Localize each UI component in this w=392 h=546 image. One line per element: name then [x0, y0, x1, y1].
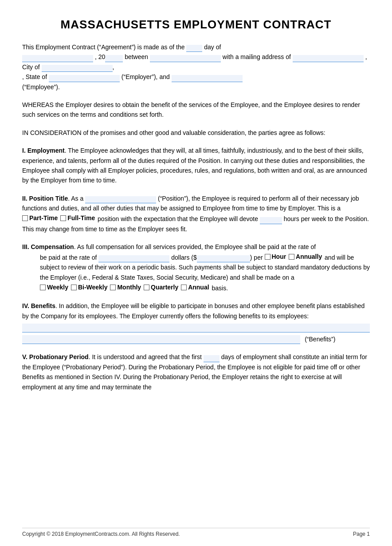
- parttime-checkbox[interactable]: [22, 215, 28, 221]
- biweekly-label: Bi-Weekly: [78, 282, 108, 292]
- rate-blank[interactable]: [98, 255, 169, 262]
- intro-text-3: , 20: [95, 53, 105, 60]
- weekly-checkbox-item: Weekly: [40, 282, 68, 292]
- section-3-heading: III. Compensation: [22, 243, 74, 250]
- section-4: IV. Benefits. In addition, the Employee …: [22, 301, 370, 344]
- month-blank[interactable]: [22, 55, 93, 62]
- weekly-checkbox[interactable]: [40, 285, 46, 290]
- section-1: I. Employment. The Employee acknowledges…: [22, 146, 370, 186]
- parttime-label: Part-Time: [29, 213, 58, 223]
- benefits-block: (“Benefits”): [22, 324, 370, 344]
- annually-label: Annually: [296, 252, 322, 261]
- biweekly-checkbox-item: Bi-Weekly: [71, 282, 108, 292]
- fulltime-checkbox-item: Full-Time: [60, 213, 95, 223]
- party-blank[interactable]: [150, 55, 221, 62]
- hour-checkbox-item: Hour: [265, 252, 286, 261]
- annual-label: Annual: [188, 282, 209, 292]
- weekly-label: Weekly: [47, 282, 68, 292]
- employee-blank[interactable]: [172, 75, 243, 82]
- intro-text-1: This Employment Contract (“Agreement”) i…: [22, 44, 184, 51]
- benefits-line-1[interactable]: [22, 324, 370, 332]
- annual-checkbox[interactable]: [181, 285, 187, 290]
- section-3-rate-label: be paid at the rate of: [40, 254, 98, 261]
- section-5-heading: V. Probationary Period: [22, 353, 89, 360]
- quarterly-checkbox-item: Quarterly: [144, 282, 178, 292]
- position-title-blank[interactable]: [85, 196, 156, 203]
- monthly-label: Monthly: [117, 282, 141, 292]
- intro-text-7: , State of: [22, 73, 47, 80]
- section-2-heading: II. Position Title: [22, 195, 68, 202]
- state-blank[interactable]: [49, 75, 120, 82]
- intro-paragraph: This Employment Contract (“Agreement”) i…: [22, 42, 370, 92]
- section-3-text2: dollars ($: [171, 254, 197, 261]
- intro-text-8: (“Employer”), and: [122, 73, 170, 80]
- city-blank[interactable]: [42, 65, 113, 72]
- fulltime-checkbox[interactable]: [60, 215, 66, 221]
- section-3: III. Compensation. As full compensation …: [22, 242, 370, 293]
- day-blank[interactable]: [186, 45, 202, 52]
- monthly-checkbox[interactable]: [110, 285, 116, 290]
- section-3-text3: ) per: [250, 254, 263, 261]
- hour-label: Hour: [272, 252, 286, 261]
- hours-blank[interactable]: [260, 217, 282, 224]
- section-2-text1: . As a: [68, 195, 83, 202]
- intro-text-5: with a mailing address of: [223, 53, 291, 60]
- hour-checkbox[interactable]: [265, 254, 270, 260]
- section-2-text3: position with the expectation that the E…: [98, 215, 258, 222]
- whereas-text: WHEREAS the Employer desires to obtain t…: [22, 101, 360, 118]
- page: MASSACHUSETTS EMPLOYMENT CONTRACT This E…: [0, 0, 392, 546]
- section-3-text1: . As full compensation for all services …: [74, 243, 316, 250]
- dollar-blank[interactable]: [197, 255, 250, 262]
- address-blank[interactable]: [293, 55, 364, 62]
- intro-text-2: day of: [204, 44, 221, 51]
- consideration-text: IN CONSIDERATION of the promises and oth…: [22, 129, 325, 136]
- monthly-checkbox-item: Monthly: [110, 282, 141, 292]
- biweekly-checkbox[interactable]: [71, 285, 77, 290]
- whereas-paragraph: WHEREAS the Employer desires to obtain t…: [22, 100, 370, 120]
- annual-checkbox-item: Annual: [181, 282, 209, 292]
- intro-text-9: (“Employee”).: [22, 83, 60, 91]
- footer-page: Page 1: [353, 531, 370, 537]
- section-5-text1: . It is understood and agreed that the f…: [89, 353, 202, 360]
- quarterly-label: Quarterly: [151, 282, 178, 292]
- probation-days-blank[interactable]: [204, 355, 220, 362]
- parttime-checkbox-item: Part-Time: [22, 213, 58, 223]
- annually-checkbox-item: Annually: [289, 252, 322, 261]
- benefits-line-2[interactable]: [22, 335, 300, 344]
- consideration-paragraph: IN CONSIDERATION of the promises and oth…: [22, 128, 370, 138]
- section-3-text5: basis.: [212, 285, 228, 292]
- year-blank[interactable]: [105, 55, 123, 62]
- footer-copyright: Copyright © 2018 EmploymentContracts.com…: [22, 531, 180, 537]
- section-1-text: . The Employee acknowledges that they wi…: [22, 147, 367, 184]
- section-1-heading: I. Employment: [22, 147, 65, 154]
- intro-text-4: between: [125, 53, 148, 60]
- fulltime-label: Full-Time: [67, 213, 95, 223]
- section-2: II. Position Title. As a (“Position”), t…: [22, 194, 370, 234]
- section-4-text1: . In addition, the Employee will be elig…: [22, 302, 365, 319]
- annually-checkbox[interactable]: [289, 254, 294, 260]
- quarterly-checkbox[interactable]: [144, 285, 149, 290]
- footer: Copyright © 2018 EmploymentContracts.com…: [22, 528, 370, 537]
- benefits-end-label: (“Benefits”): [305, 334, 335, 344]
- section-4-heading: IV. Benefits: [22, 302, 55, 309]
- page-title: MASSACHUSETTS EMPLOYMENT CONTRACT: [22, 18, 370, 32]
- section-5: V. Probationary Period. It is understood…: [22, 352, 370, 392]
